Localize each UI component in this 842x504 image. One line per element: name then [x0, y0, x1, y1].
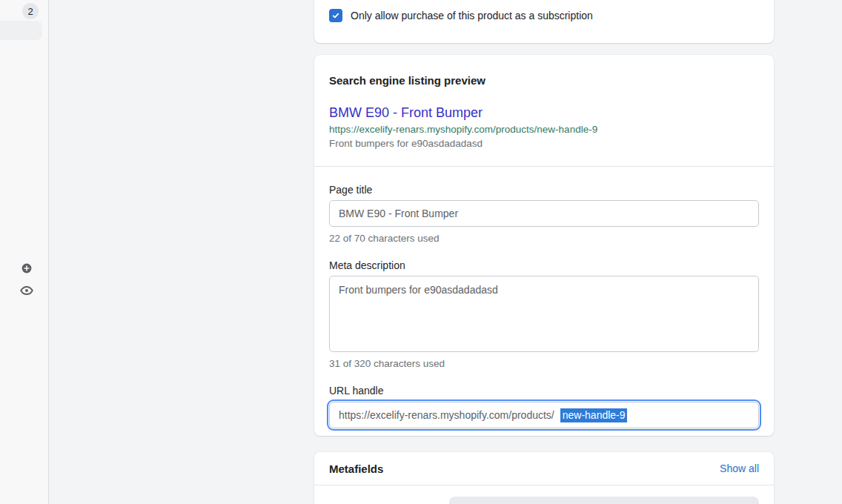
eye-icon[interactable] — [19, 284, 34, 297]
page-title-helper: 22 of 70 characters used — [329, 233, 759, 244]
seo-preview-page-title: BMW E90 - Front Bumper — [329, 105, 759, 121]
url-handle-label: URL handle — [329, 385, 759, 397]
metafield-value-skeleton[interactable] — [449, 497, 759, 504]
seo-card-title: Search engine listing preview — [329, 74, 759, 87]
seo-card-divider — [314, 166, 774, 167]
left-rail: 2 — [0, 0, 49, 504]
show-all-link[interactable]: Show all — [720, 462, 759, 474]
metafields-header: Metafields Show all — [314, 452, 774, 485]
meta-description-helper: 31 of 320 characters used — [329, 358, 759, 369]
seo-preview-url: https://excelify-renars.myshopify.com/pr… — [329, 124, 759, 136]
seo-preview-description: Front bumpers for e90asdadadasd — [329, 138, 759, 150]
metafields-card: Metafields Show all — [314, 452, 774, 504]
seo-preview: BMW E90 - Front Bumper https://excelify-… — [329, 105, 759, 150]
subscription-checkbox-label: Only allow purchase of this product as a… — [351, 10, 593, 21]
meta-description-label: Meta description — [329, 259, 759, 271]
url-handle-input[interactable]: https://excelify-renars.myshopify.com/pr… — [329, 402, 759, 428]
notification-count-badge: 2 — [22, 3, 39, 19]
page-title-label: Page title — [329, 184, 759, 196]
meta-description-textarea[interactable]: Front bumpers for e90asdadadasd — [329, 276, 759, 352]
plus-circle-icon[interactable] — [21, 262, 33, 274]
subscription-checkbox-row[interactable]: Only allow purchase of this product as a… — [329, 9, 593, 22]
url-handle-prefix: https://excelify-renars.myshopify.com/pr… — [339, 409, 554, 421]
nav-item-skeleton — [0, 21, 42, 40]
seo-card: Search engine listing preview BMW E90 - … — [314, 55, 774, 436]
subscription-card: Only allow purchase of this product as a… — [314, 0, 774, 43]
metafields-body — [314, 485, 774, 504]
url-handle-selected-text: new-handle-9 — [560, 408, 627, 422]
metafields-card-title: Metafields — [329, 462, 383, 475]
page-title-input[interactable] — [329, 200, 759, 227]
badge-count: 2 — [27, 6, 33, 17]
checkbox-checked-icon[interactable] — [329, 9, 342, 22]
